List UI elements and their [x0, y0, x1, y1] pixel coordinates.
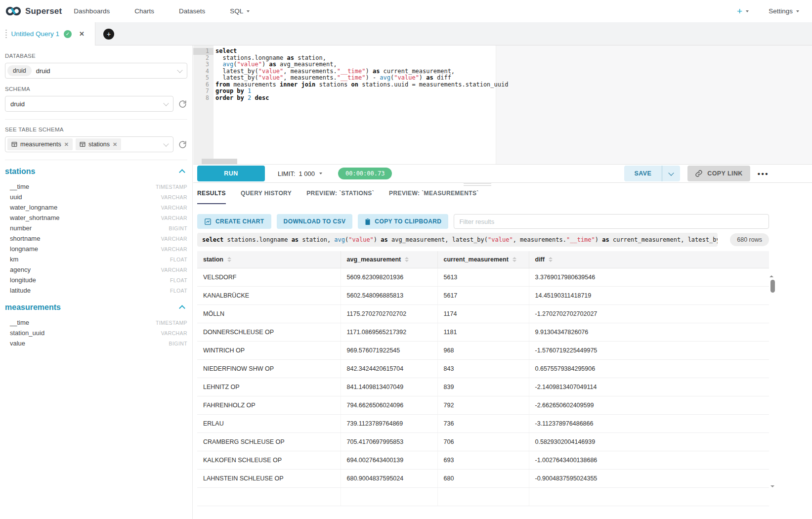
table-tag-stations[interactable]: stations ✕: [76, 138, 121, 150]
results-scrollbar[interactable]: [769, 267, 776, 487]
schema-column-row: longnameVARCHAR: [5, 244, 187, 254]
drag-grip-icon[interactable]: [5, 30, 7, 39]
table-cell: 680: [437, 469, 529, 487]
save-button[interactable]: SAVE: [624, 166, 662, 181]
table-cell: 680.9004837595024: [341, 469, 437, 487]
table-section-header[interactable]: measurements: [5, 303, 187, 312]
code-token: as: [381, 236, 387, 243]
code-token: "value": [488, 236, 513, 243]
results-actions: CREATE CHART DOWNLOAD TO CSV COPY TO CLI…: [197, 214, 769, 229]
results-table-header: stationavg_measurementcurrent_measuremen…: [197, 251, 769, 268]
database-select[interactable]: druid druid: [5, 63, 187, 79]
table-select[interactable]: measurements ✕ stations ✕: [5, 136, 173, 152]
table-cell: 1175.2702702702702: [341, 304, 437, 323]
table-cell: 5617: [437, 286, 529, 304]
gutter-line-number: 1: [193, 48, 214, 55]
main-nav: Dashboards Charts Datasets SQL: [74, 7, 250, 15]
more-actions-button[interactable]: •••: [758, 170, 769, 178]
database-value: druid: [36, 67, 50, 75]
nav-item-charts[interactable]: Charts: [134, 7, 154, 15]
table-section-measurements: measurements__timeTIMESTAMPstation_uuidV…: [5, 303, 187, 348]
table-tag-measurements[interactable]: measurements ✕: [7, 138, 73, 150]
table-cell: 736: [437, 414, 529, 432]
results-tab-preview-stations[interactable]: PREVIEW: `STATIONS`: [306, 190, 374, 204]
results-tab-preview-measurements[interactable]: PREVIEW: `MEASUREMENTS`: [389, 190, 479, 204]
caret-down-icon: [746, 10, 749, 12]
nav-item-datasets[interactable]: Datasets: [179, 7, 205, 15]
code-token: "value": [348, 236, 374, 243]
refresh-tables-icon[interactable]: [178, 140, 187, 149]
column-header-avg_measurement[interactable]: avg_measurement: [341, 251, 437, 268]
copy-link-button[interactable]: COPY LINK: [687, 166, 750, 181]
clipboard-icon: [365, 218, 371, 225]
column-name: __time: [10, 319, 29, 326]
close-tab-icon[interactable]: ✕: [79, 30, 85, 38]
query-tabstrip: Untitled Query 1 ✓ ✕ +: [0, 22, 812, 45]
schema-column-row: shortnameVARCHAR: [5, 233, 187, 244]
brand[interactable]: Superset: [0, 5, 62, 17]
code-token: select: [202, 236, 223, 243]
sql-editor[interactable]: 12345678 select stations.longname as sta…: [193, 45, 812, 165]
collapse-caret-icon: [179, 169, 185, 175]
code-token: as: [292, 236, 299, 243]
save-options-button[interactable]: [662, 166, 680, 181]
schema-select[interactable]: druid: [5, 96, 173, 112]
table-cell: LEHNITZ OP: [197, 378, 341, 396]
gutter-line-number: 4: [193, 68, 214, 75]
code-token: 1: [248, 87, 251, 94]
divider: [5, 160, 187, 160]
code-line: group by 1: [215, 88, 812, 95]
table-cell: -1.0027643400138686: [529, 451, 769, 469]
query-preview: select stations.longname as station, avg…: [197, 233, 718, 247]
table-cell: 1171.0869565217392: [341, 323, 437, 341]
code-token: "value": [237, 61, 262, 68]
code-token: , measurements.: [513, 236, 566, 243]
table-section-header[interactable]: stations: [5, 167, 187, 176]
limit-dropdown[interactable]: LIMIT: 1 000: [278, 170, 322, 177]
query-tab-title: Untitled Query 1: [11, 30, 60, 38]
editor-code[interactable]: select stations.longname as station, avg…: [214, 45, 812, 164]
column-type: VARCHAR: [161, 267, 187, 273]
create-chart-button[interactable]: CREATE CHART: [197, 214, 271, 229]
schema-column-row: latitudeFLOAT: [5, 285, 187, 296]
table-cell: 3.3769017980639546: [529, 268, 769, 286]
settings-menu[interactable]: Settings: [769, 7, 799, 15]
query-timer-badge: 00:00:00.73: [338, 168, 392, 179]
table-cell: 739.1123789764869: [341, 414, 437, 432]
scroll-up-icon[interactable]: [769, 267, 773, 277]
editor-hscrollbar[interactable]: [202, 159, 237, 164]
scroll-thumb[interactable]: [770, 280, 775, 293]
copy-clipboard-button[interactable]: COPY TO CLIPBOARD: [358, 214, 448, 229]
results-tab-results[interactable]: RESULTS: [197, 190, 226, 204]
gutter-line-number: 3: [193, 61, 214, 68]
code-token: "__time": [566, 236, 595, 243]
code-line: avg("value") as avg_measurement,: [215, 61, 812, 68]
table-cell: 841.1409813407049: [341, 378, 437, 396]
code-token: select: [215, 47, 237, 54]
scroll-down-icon[interactable]: [770, 485, 774, 487]
run-button[interactable]: RUN: [197, 166, 265, 181]
table-cell: 794.6626506024096: [341, 396, 437, 414]
column-header-current_measurement[interactable]: current_measurement: [437, 251, 529, 268]
remove-tag-icon[interactable]: ✕: [64, 141, 69, 148]
column-header-diff[interactable]: diff: [529, 251, 769, 268]
remove-tag-icon[interactable]: ✕: [113, 141, 117, 148]
table-cell: [529, 487, 769, 506]
nav-item-dashboards[interactable]: Dashboards: [74, 7, 110, 15]
schema-value: druid: [10, 100, 25, 108]
results-tab-query-history[interactable]: QUERY HISTORY: [241, 190, 292, 204]
filter-results-input[interactable]: [454, 214, 769, 229]
query-tab-active[interactable]: Untitled Query 1 ✓ ✕: [0, 22, 95, 45]
code-token: "__time": [337, 68, 366, 75]
table-row: DONNERSCHLEUSE OP1171.086956521739211819…: [197, 323, 769, 341]
nav-item-sql[interactable]: SQL: [230, 7, 250, 15]
gutter-line-number: 5: [193, 75, 214, 82]
new-item-menu[interactable]: +: [737, 6, 749, 17]
refresh-schema-icon[interactable]: [178, 99, 187, 108]
code-token: "value": [258, 68, 284, 75]
download-csv-button[interactable]: DOWNLOAD TO CSV: [277, 214, 353, 229]
column-header-station[interactable]: station: [197, 251, 341, 268]
code-token: latest_by(: [215, 74, 258, 81]
table-schema-label: SEE TABLE SCHEMA: [5, 127, 187, 132]
add-tab-button[interactable]: +: [103, 29, 114, 40]
